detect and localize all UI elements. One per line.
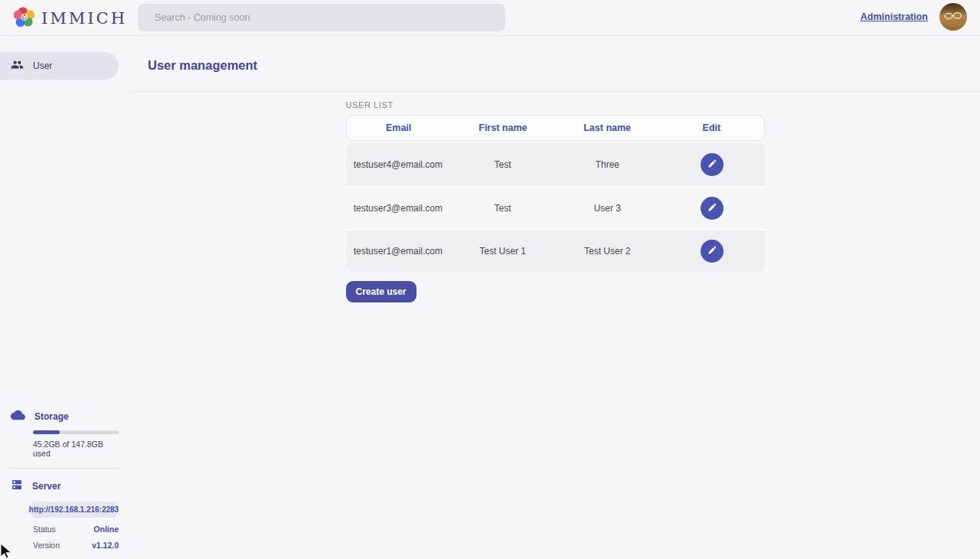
edit-user-button[interactable] bbox=[701, 153, 724, 176]
cell-edit bbox=[660, 240, 765, 263]
user-avatar[interactable] bbox=[939, 3, 967, 31]
server-dns-icon bbox=[11, 479, 23, 494]
cell-email: testuser3@email.com bbox=[346, 203, 451, 214]
people-group-icon bbox=[11, 58, 24, 74]
server-section: Server http://192.168.1.216:2283 Status … bbox=[0, 479, 130, 550]
status-value: Online bbox=[93, 525, 119, 534]
top-bar: IMMICH Administration bbox=[0, 0, 980, 36]
storage-title: Storage bbox=[34, 411, 69, 422]
cell-first-name: Test bbox=[450, 159, 555, 170]
edit-user-button[interactable] bbox=[701, 240, 724, 263]
pencil-icon bbox=[707, 159, 717, 171]
sidebar-item-user[interactable]: User bbox=[0, 52, 119, 80]
cell-first-name: Test bbox=[450, 203, 555, 214]
table-row: testuser3@email.com Test User 3 bbox=[346, 186, 765, 229]
column-header-last-name: Last name bbox=[555, 123, 659, 133]
version-value: v1.12.0 bbox=[92, 541, 119, 550]
sidebar-divider bbox=[9, 468, 119, 469]
immich-logo-link[interactable]: IMMICH bbox=[14, 6, 127, 31]
search-bar bbox=[138, 4, 505, 31]
page-title: User management bbox=[130, 36, 980, 73]
storage-progress-fill bbox=[33, 430, 60, 434]
cell-last-name: Three bbox=[555, 159, 660, 170]
administration-link[interactable]: Administration bbox=[861, 11, 928, 22]
status-label: Status bbox=[33, 525, 56, 534]
cell-edit bbox=[660, 153, 765, 176]
cell-email: testuser1@email.com bbox=[346, 246, 451, 257]
pencil-icon bbox=[707, 245, 717, 257]
sidebar-footer: Storage 45.2GB of 147.8GB used Server ht… bbox=[0, 410, 130, 550]
table-row: testuser4@email.com Test Three bbox=[346, 143, 765, 186]
user-table-body: testuser4@email.com Test Three bbox=[346, 143, 765, 272]
sidebar-item-label: User bbox=[33, 60, 52, 71]
search-input[interactable] bbox=[138, 4, 505, 31]
app-title: IMMICH bbox=[41, 9, 127, 28]
create-user-button[interactable]: Create user bbox=[346, 281, 416, 302]
column-header-first-name: First name bbox=[451, 123, 555, 133]
cell-email: testuser4@email.com bbox=[346, 159, 451, 170]
server-header: Server bbox=[0, 479, 130, 494]
cell-last-name: User 3 bbox=[555, 203, 660, 214]
immich-flower-icon bbox=[14, 6, 35, 31]
server-title: Server bbox=[32, 481, 60, 492]
storage-header: Storage bbox=[0, 410, 130, 423]
cell-edit bbox=[660, 197, 765, 220]
storage-usage-text: 45.2GB of 147.8GB used bbox=[33, 440, 119, 458]
title-divider bbox=[130, 91, 980, 92]
mouse-cursor bbox=[0, 544, 14, 559]
immich-admin-app: IMMICH Administration User bbox=[0, 0, 980, 559]
cell-first-name: Test User 1 bbox=[450, 246, 555, 257]
section-label: USER LIST bbox=[346, 100, 765, 110]
pencil-icon bbox=[707, 202, 717, 214]
edit-user-button[interactable] bbox=[701, 197, 724, 220]
cloud-icon bbox=[11, 410, 25, 423]
table-header-row: Email First name Last name Edit bbox=[346, 115, 765, 141]
server-status-line: Status Online bbox=[33, 525, 119, 534]
server-version-line: Version v1.12.0 bbox=[33, 541, 119, 550]
table-row: testuser1@email.com Test User 1 Test Use… bbox=[346, 229, 765, 272]
version-label: Version bbox=[33, 541, 60, 550]
storage-progress-bar bbox=[33, 430, 119, 434]
cell-last-name: Test User 2 bbox=[555, 246, 660, 257]
server-url-chip: http://192.168.1.216:2283 bbox=[31, 502, 117, 518]
column-header-edit: Edit bbox=[659, 123, 763, 133]
sidebar: User Storage 45.2GB of 147.8GB used bbox=[0, 36, 130, 559]
user-list-section: USER LIST Email First name Last name Edi… bbox=[346, 100, 765, 302]
column-header-email: Email bbox=[347, 123, 451, 133]
main-panel: User management USER LIST Email First na… bbox=[130, 36, 980, 559]
